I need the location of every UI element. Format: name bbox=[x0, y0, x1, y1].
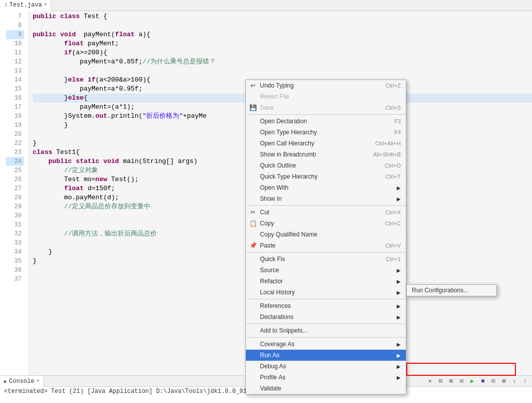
line-number: 34 bbox=[6, 248, 24, 257]
line-number: 36 bbox=[6, 266, 24, 275]
menu-item-profile-as[interactable]: Profile As▶ bbox=[246, 372, 406, 383]
line-number: 26 bbox=[6, 175, 24, 184]
line-number: 25 bbox=[6, 166, 24, 175]
line-number: 16 bbox=[6, 94, 24, 103]
menu-shortcut-open-call-hierarchy: Ctrl+Alt+H bbox=[375, 140, 401, 146]
menu-item-open-call-hierarchy[interactable]: Open Call HierarchyCtrl+Alt+H bbox=[246, 138, 406, 149]
menu-label-add-to-snippets: Add to Snippets... bbox=[260, 327, 308, 334]
line-number: 19 bbox=[6, 121, 24, 130]
menu-item-copy[interactable]: 📋CopyCtrl+C bbox=[246, 218, 406, 229]
code-line: public void payMent(float a){ bbox=[33, 30, 532, 39]
menu-label-local-history: Local History bbox=[260, 289, 295, 296]
menu-label-cut: Cut bbox=[260, 209, 270, 216]
submenu-item-run-configurations[interactable]: Run Configurations... bbox=[407, 285, 496, 296]
menu-item-open-declaration[interactable]: Open DeclarationF3 bbox=[246, 116, 406, 127]
menu-shortcut-copy: Ctrl+C bbox=[385, 220, 401, 226]
menu-item-source[interactable]: Source▶ bbox=[246, 265, 406, 276]
menu-item-copy-qualified-name[interactable]: Copy Qualified Name bbox=[246, 229, 406, 240]
menu-item-validate[interactable]: Validate bbox=[246, 383, 406, 394]
menu-item-debug-as[interactable]: Debug As▶ bbox=[246, 361, 406, 372]
menu-arrow-coverage-as: ▶ bbox=[397, 342, 401, 347]
menu-arrow-declarations: ▶ bbox=[397, 314, 401, 320]
menu-separator bbox=[246, 114, 406, 115]
menu-item-quick-outline[interactable]: Quick OutlineCtrl+O bbox=[246, 160, 406, 171]
toolbar-icon-10[interactable]: ↑ bbox=[520, 376, 530, 386]
menu-label-run-as: Run As bbox=[260, 352, 280, 359]
toolbar-icon-2[interactable]: ⊡ bbox=[435, 376, 446, 386]
menu-label-quick-type-hierarchy: Quick Type Hierarchy bbox=[260, 173, 318, 180]
menu-item-coverage-as[interactable]: Coverage As▶ bbox=[246, 339, 406, 350]
menu-label-quick-fix: Quick Fix bbox=[260, 256, 285, 263]
toolbar-icon-4[interactable]: ⊟ bbox=[457, 376, 467, 386]
menu-item-revert-file[interactable]: Revert File bbox=[246, 91, 406, 102]
line-number: 33 bbox=[6, 238, 24, 248]
menu-shortcut-quick-type-hierarchy: Ctrl+T bbox=[386, 174, 401, 180]
menu-arrow-profile-as: ▶ bbox=[397, 375, 401, 380]
menu-label-open-call-hierarchy: Open Call Hierarchy bbox=[260, 140, 314, 147]
menu-item-save[interactable]: 💾SaveCtrl+S bbox=[246, 102, 406, 113]
code-line: payMent=a*0.85f;//为什么乘号总是报错？ bbox=[33, 57, 532, 66]
toolbar-icon-1[interactable]: ✕ bbox=[425, 376, 435, 386]
menu-separator bbox=[246, 252, 406, 253]
menu-label-undo-typing: Undo Typing bbox=[260, 82, 294, 89]
line-number: 18 bbox=[6, 112, 24, 121]
menu-separator bbox=[246, 205, 406, 206]
menu-shortcut-cut: Ctrl+X bbox=[385, 209, 401, 215]
line-number: 10 bbox=[6, 39, 24, 48]
toolbar-icon-7[interactable]: ⊡ bbox=[488, 376, 498, 386]
menu-shortcut-show-in-breadcrumb: Alt+Shift+B bbox=[373, 151, 401, 157]
menu-item-quick-fix[interactable]: Quick FixCtrl+1 bbox=[246, 254, 406, 265]
menu-item-add-to-snippets[interactable]: Add to Snippets... bbox=[246, 325, 406, 336]
toolbar-icon-6[interactable]: ■ bbox=[478, 376, 488, 386]
menu-label-debug-as: Debug As bbox=[260, 363, 286, 370]
java-file-icon: J bbox=[4, 2, 8, 8]
menu-item-paste[interactable]: 📌PasteCtrl+V bbox=[246, 240, 406, 251]
line-number: 12 bbox=[6, 57, 24, 66]
menu-item-undo-typing[interactable]: ↩Undo TypingCtrl+Z bbox=[246, 80, 406, 91]
menu-arrow-debug-as: ▶ bbox=[397, 364, 401, 369]
submenu-run-as: Run Configurations... bbox=[406, 284, 497, 296]
menu-arrow-references: ▶ bbox=[397, 303, 401, 309]
menu-label-copy-qualified-name: Copy Qualified Name bbox=[260, 231, 317, 238]
line-number: 23 bbox=[6, 148, 24, 157]
menu-shortcut-open-type-hierarchy: F4 bbox=[394, 129, 401, 135]
line-number: 31 bbox=[6, 220, 24, 229]
menu-label-open-declaration: Open Declaration bbox=[260, 118, 307, 125]
menu-label-paste: Paste bbox=[260, 242, 276, 249]
menu-item-references[interactable]: References▶ bbox=[246, 300, 406, 311]
menu-item-open-with[interactable]: Open With▶ bbox=[246, 182, 406, 193]
menu-label-copy: Copy bbox=[260, 220, 274, 227]
line-number: 28 bbox=[6, 193, 24, 202]
editor-tab[interactable]: J Test.java × bbox=[0, 0, 51, 11]
line-number: 37 bbox=[6, 275, 24, 284]
tab-close-button[interactable]: × bbox=[44, 2, 47, 8]
tab-bar: J Test.java × bbox=[0, 0, 532, 11]
line-number: 11 bbox=[6, 48, 24, 57]
line-number: 7 bbox=[6, 12, 24, 21]
menu-label-quick-outline: Quick Outline bbox=[260, 162, 296, 169]
toolbar-icon-3[interactable]: ⊞ bbox=[446, 376, 456, 386]
toolbar-icon-5[interactable]: ▶ bbox=[467, 376, 477, 386]
menu-item-local-history[interactable]: Local History▶ bbox=[246, 287, 406, 298]
toolbar-icon-8[interactable]: ⊞ bbox=[499, 376, 509, 386]
menu-item-run-as[interactable]: Run As▶ bbox=[246, 350, 406, 361]
menu-item-cut[interactable]: ✂CutCtrl+X bbox=[246, 207, 406, 218]
line-number: 13 bbox=[6, 66, 24, 75]
menu-label-refactor: Refactor bbox=[260, 278, 283, 285]
menu-item-show-in[interactable]: Show In▶ bbox=[246, 193, 406, 204]
menu-item-refactor[interactable]: Refactor▶ bbox=[246, 276, 406, 287]
menu-shortcut-open-declaration: F3 bbox=[394, 118, 401, 124]
menu-label-open-with: Open With bbox=[260, 184, 289, 191]
toolbar-icon-9[interactable]: ↓ bbox=[509, 376, 519, 386]
menu-item-quick-type-hierarchy[interactable]: Quick Type HierarchyCtrl+T bbox=[246, 171, 406, 182]
menu-item-declarations[interactable]: Declarations▶ bbox=[246, 311, 406, 323]
menu-item-show-in-breadcrumb[interactable]: Show in BreadcrumbAlt+Shift+B bbox=[246, 149, 406, 160]
console-tab[interactable]: ▶ Console × bbox=[0, 376, 44, 387]
menu-label-show-in-breadcrumb: Show in Breadcrumb bbox=[260, 151, 316, 158]
menu-item-open-type-hierarchy[interactable]: Open Type HierarchyF4 bbox=[246, 127, 406, 138]
menu-separator bbox=[246, 299, 406, 299]
console-tab-close[interactable]: × bbox=[36, 378, 39, 384]
line-number: 22 bbox=[6, 139, 24, 148]
menu-arrow-source: ▶ bbox=[397, 268, 401, 273]
menu-shortcut-save: Ctrl+S bbox=[385, 105, 401, 111]
